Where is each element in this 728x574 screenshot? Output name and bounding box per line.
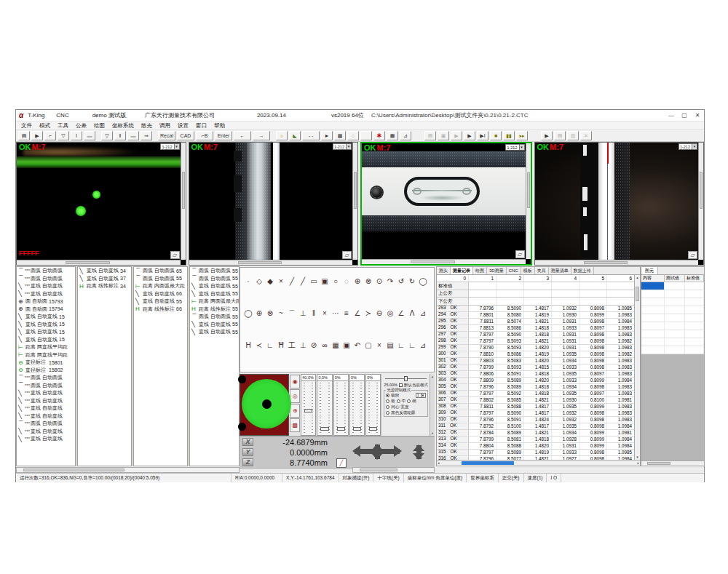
rotate-view-icon[interactable]: ▱ — [688, 251, 697, 259]
toolbar-button[interactable]: ▶ — [541, 131, 553, 140]
measure-tool-icon[interactable]: ⊗ — [266, 308, 274, 318]
measure-tool-icon[interactable]: ◇ — [255, 276, 264, 286]
feature-list-item[interactable]: ╲ 直线 自动直线 15 — [17, 336, 75, 344]
feature-list-item[interactable]: ╲ *** 直线 自动直线 — [17, 282, 75, 290]
measure-tool-icon[interactable]: ≺ — [255, 340, 264, 350]
elements-row[interactable] — [641, 282, 704, 290]
table-row[interactable]: 309OK 7.87978.50901.48171.09320.80981.09… — [437, 410, 634, 417]
rotate-view-icon[interactable]: ▱ — [515, 250, 525, 258]
table-row[interactable]: 299OK 7.87908.50931.48201.09310.80981.09… — [437, 345, 634, 351]
coarse-radio[interactable] — [386, 399, 389, 403]
toolbar-button[interactable]: ▶ — [464, 131, 475, 140]
light-slider[interactable]: 0% — [349, 374, 365, 436]
measure-tool-icon[interactable]: ▣ — [342, 340, 351, 350]
measure-tool-icon[interactable]: ↷ — [386, 276, 395, 286]
table-row[interactable]: 306OK 7.87978.50921.48181.09350.80971.09… — [437, 391, 634, 397]
measure-tool-icon[interactable]: ∞ — [320, 340, 329, 350]
toolbar-button[interactable]: ▬ — [84, 131, 95, 140]
measure-tool-icon[interactable]: ◯ — [244, 308, 253, 318]
table-row[interactable]: 294OK 7.88018.50801.48191.09300.80991.09… — [437, 312, 634, 319]
slider-thumb[interactable] — [337, 427, 345, 431]
toolbar-button[interactable]: - - — [302, 131, 320, 140]
table-row[interactable]: 312OK 7.87848.50891.48211.09340.80991.09… — [437, 430, 634, 437]
measure-tool-icon[interactable]: ◯ — [419, 276, 427, 286]
toolbar-button[interactable]: ▶ — [31, 131, 43, 140]
elements-row[interactable] — [641, 338, 704, 346]
light-slider[interactable]: 0% — [365, 374, 381, 436]
measure-tool-icon[interactable]: ⊗ — [364, 276, 373, 286]
feature-list-item[interactable]: ╲ *** 直线 自动直线 — [17, 389, 75, 397]
feature-list-item[interactable]: ╲ *** 直线 自动直线 — [17, 397, 75, 405]
menu-item[interactable]: 坐标系统 — [112, 122, 134, 129]
feature-list-item[interactable]: ╲ 直线 自动直线 55 — [134, 298, 187, 306]
toolbar-button[interactable]: ■ — [490, 131, 502, 140]
measure-tool-icon[interactable]: ∟ — [397, 340, 405, 350]
zoom-slider[interactable] — [385, 375, 427, 381]
table-row[interactable]: 297OK 7.87978.50901.48181.09310.80981.09… — [437, 332, 634, 338]
toolbar-button[interactable]: Ι — [71, 131, 82, 140]
measure-tool-icon[interactable]: × — [375, 340, 384, 350]
measure-tool-icon[interactable]: ▣ — [320, 276, 329, 286]
toolbar-button[interactable]: ‖ — [114, 131, 126, 140]
camera-horizontal-scrollbar[interactable] — [362, 259, 526, 264]
lists-horizontal-scrollbar[interactable] — [16, 467, 240, 473]
measure-tool-icon[interactable]: ≻ — [364, 308, 373, 318]
feature-list-item[interactable]: ╲ 直线 自动直线 34 — [78, 267, 131, 275]
table-row[interactable]: 308OK 7.88118.50881.48171.09350.80991.09… — [437, 404, 634, 410]
jog-z-arrows[interactable] — [416, 445, 422, 459]
feature-list-item[interactable]: ⌒ 圆弧 自动圆弧 55 — [190, 313, 239, 321]
measure-tool-icon[interactable]: ⊙ — [375, 276, 384, 286]
measure-tool-icon[interactable]: ◆ — [266, 276, 274, 286]
toolbar-button[interactable]: ▩ — [334, 131, 346, 140]
black-contour-radio[interactable] — [386, 411, 389, 415]
menu-item[interactable]: 窗口 — [196, 122, 207, 129]
measure-tool-icon[interactable]: Ħ — [277, 340, 285, 350]
table-row[interactable]: 302OK 7.87998.50931.48151.09330.80981.09… — [437, 364, 634, 371]
minimize-button[interactable]: — — [665, 111, 678, 121]
table-row[interactable]: 304OK 7.88098.50891.48201.09330.80991.09… — [437, 378, 634, 384]
feature-list-item[interactable]: ╲ *** 直线 自动直线 — [17, 404, 75, 412]
measure-tool-icon[interactable]: H — [244, 340, 253, 350]
toolbar-button[interactable]: ▮▮ — [503, 131, 515, 140]
measure-tool-icon[interactable]: ⊕ — [353, 276, 362, 286]
camera-horizontal-scrollbar[interactable] — [17, 260, 181, 265]
measure-tool-icon[interactable]: ↻ — [408, 276, 416, 286]
toolbar-button[interactable]: ∗ — [373, 131, 385, 140]
feature-list-item[interactable]: ⊖ 直径标注 15802 — [17, 367, 75, 375]
feature-list-item[interactable]: ╲ 直线 自动直线 55 — [190, 328, 239, 336]
measure-tool-icon[interactable]: ⊿ — [419, 340, 427, 350]
menu-item[interactable]: 调用 — [159, 122, 170, 129]
feature-list-item[interactable]: ⊕ 圆 自动圆 15794 — [17, 306, 75, 314]
toolbar-button[interactable]: ▤ — [18, 131, 30, 140]
camera-range-dropdown[interactable]: 1-212▾ — [333, 143, 352, 150]
feature-list-item[interactable]: ⌒ 圆弧 自动圆弧 55 — [190, 267, 239, 275]
toolbar-button[interactable]: ▶Ι — [477, 131, 488, 140]
feature-list-item[interactable]: ╲ 直线 自动直线 15 — [17, 328, 75, 336]
feature-list-item[interactable]: ╲ 直线 自动直线 55 — [190, 290, 239, 298]
light-slider[interactable]: 0% — [333, 374, 349, 436]
table-row[interactable]: 305OK 7.87968.50891.48181.09340.80981.09… — [437, 384, 634, 391]
jog-y-arrows[interactable] — [375, 445, 380, 459]
measure-tool-icon[interactable]: ∟ — [408, 340, 416, 350]
feature-list-item[interactable]: ⊖ 直径标注 15801 — [17, 359, 75, 367]
camera-horizontal-scrollbar[interactable] — [189, 260, 353, 265]
maximize-button[interactable]: ▢ — [678, 111, 691, 121]
toolbar-button[interactable]: ▤ — [554, 131, 566, 140]
table-row[interactable]: 307OK 7.88028.50851.48211.09300.81001.09… — [437, 397, 634, 404]
elements-tab[interactable]: 图元 — [641, 267, 658, 274]
measure-tool-icon[interactable]: ⊥ — [298, 340, 307, 350]
measure-tool-icon[interactable]: × — [277, 276, 285, 286]
feature-list-item[interactable]: ⊢ 距离 两直线平均距 — [17, 343, 75, 351]
feature-list-item[interactable]: ⊢ 距离 两圆弧最大距 — [190, 298, 239, 306]
table-tab[interactable]: 数据上传 — [571, 267, 594, 274]
feature-list-item[interactable]: ⊕ 圆 自动圆 15793 — [17, 298, 75, 306]
feature-list-item[interactable]: ⌒ 圆弧 自动圆弧 55 — [190, 275, 239, 283]
snap-radio[interactable] — [386, 394, 389, 397]
slider-thumb[interactable] — [404, 376, 408, 381]
concentric-radio[interactable] — [386, 405, 389, 409]
ring-light-control[interactable] — [240, 374, 289, 436]
table-tab[interactable]: CNC — [507, 267, 521, 274]
measure-tool-icon[interactable]: ≡ — [342, 308, 351, 318]
table-row[interactable]: 296OK 7.88138.50861.48181.09330.80971.09… — [437, 325, 634, 332]
feature-list-item[interactable]: ╲ 直线 自动直线 15 — [17, 321, 75, 329]
